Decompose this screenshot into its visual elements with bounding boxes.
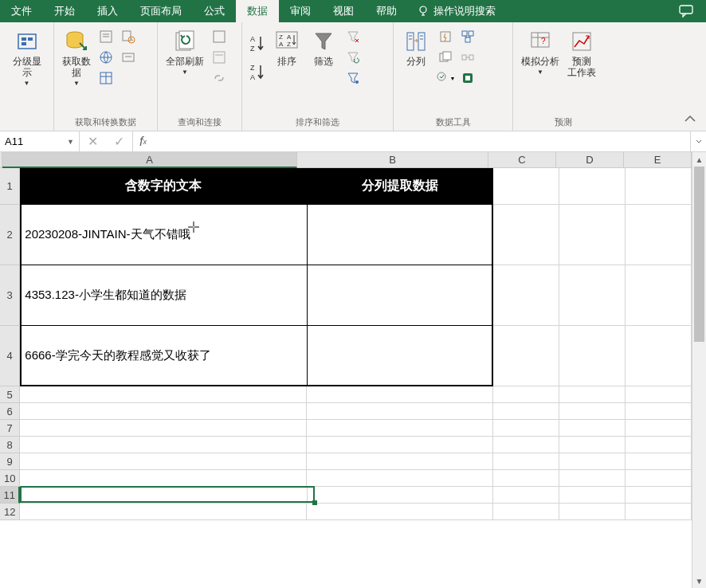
cell-D7[interactable]: [559, 420, 626, 437]
cell-B10[interactable]: [307, 470, 493, 487]
clear-filter-button[interactable]: [343, 27, 363, 46]
cell-D4[interactable]: [559, 326, 626, 386]
formula-input[interactable]: [153, 131, 690, 151]
row-header-10[interactable]: 10: [0, 470, 20, 487]
tab-home[interactable]: 开始: [43, 0, 86, 22]
cell-D10[interactable]: [559, 470, 626, 487]
cell-E11[interactable]: [626, 487, 692, 504]
cell-C9[interactable]: [493, 453, 559, 470]
cell-D8[interactable]: [559, 437, 626, 453]
cell-B7[interactable]: [307, 420, 493, 437]
properties-button[interactable]: [209, 48, 229, 67]
cell-A6[interactable]: [20, 403, 307, 420]
cell-C11[interactable]: [493, 487, 559, 504]
cell-B4[interactable]: [308, 326, 494, 386]
row-header-1[interactable]: 1: [0, 168, 20, 205]
edit-links-button[interactable]: [209, 69, 229, 88]
row-header-9[interactable]: 9: [0, 453, 20, 470]
select-all-corner[interactable]: [0, 152, 2, 168]
cell-A11[interactable]: [20, 487, 307, 504]
tab-page-layout[interactable]: 页面布局: [129, 0, 193, 22]
cell-C4[interactable]: [493, 326, 559, 386]
relationships-button[interactable]: [457, 48, 478, 67]
cell-D12[interactable]: [559, 504, 626, 520]
cell-B5[interactable]: [307, 386, 493, 403]
cell-C12[interactable]: [493, 504, 559, 520]
tell-me-search[interactable]: 操作说明搜索: [408, 4, 505, 18]
from-table-button[interactable]: [96, 69, 116, 88]
data-validation-button[interactable]: ▼: [435, 69, 456, 88]
cell-A3[interactable]: 4353.123-小学生都知道的数据: [20, 265, 307, 326]
cell-E9[interactable]: [626, 453, 692, 470]
column-header-B[interactable]: B: [297, 152, 488, 168]
tab-help[interactable]: 帮助: [365, 0, 408, 22]
row-header-3[interactable]: 3: [0, 265, 20, 326]
manage-data-model-button[interactable]: [457, 69, 478, 88]
cell-A1[interactable]: 含数字的文本: [20, 168, 307, 205]
from-web-button[interactable]: [96, 48, 116, 67]
cell-E12[interactable]: [626, 504, 692, 520]
tab-file[interactable]: 文件: [0, 0, 43, 22]
row-header-6[interactable]: 6: [0, 403, 20, 420]
expand-formula-bar-button[interactable]: [690, 131, 706, 151]
from-text-button[interactable]: [96, 27, 116, 46]
tab-formulas[interactable]: 公式: [193, 0, 236, 22]
cell-B1[interactable]: 分列提取数据: [307, 168, 493, 205]
cell-D11[interactable]: [559, 487, 626, 504]
cell-A4[interactable]: 6666-学完今天的教程感觉又收获了: [20, 326, 307, 386]
cell-C10[interactable]: [493, 470, 559, 487]
column-header-A[interactable]: A: [2, 152, 297, 168]
queries-connections-button[interactable]: [209, 27, 229, 46]
cell-B12[interactable]: [307, 504, 493, 520]
cell-C1[interactable]: [493, 168, 559, 205]
enter-formula-button[interactable]: ✓: [109, 134, 129, 149]
scroll-down-button[interactable]: ▼: [692, 574, 706, 588]
cell-C6[interactable]: [493, 403, 559, 420]
cell-D5[interactable]: [559, 386, 626, 403]
cancel-formula-button[interactable]: ✕: [83, 134, 103, 149]
cell-C2[interactable]: [493, 205, 559, 265]
scroll-thumb[interactable]: [694, 167, 704, 342]
cell-E10[interactable]: [626, 470, 692, 487]
row-header-5[interactable]: 5: [0, 386, 20, 403]
cell-B6[interactable]: [307, 403, 493, 420]
tab-review[interactable]: 审阅: [279, 0, 322, 22]
cell-A7[interactable]: [20, 420, 307, 437]
name-box[interactable]: A11 ▼: [0, 131, 80, 151]
outline-button[interactable]: 分级显示 ▼: [5, 25, 49, 131]
column-header-D[interactable]: D: [556, 152, 624, 168]
tab-view[interactable]: 视图: [322, 0, 365, 22]
cell-D2[interactable]: [559, 205, 626, 265]
cell-A8[interactable]: [20, 437, 307, 453]
insert-function-button[interactable]: fx: [133, 131, 153, 151]
cell-E7[interactable]: [626, 420, 692, 437]
cell-E3[interactable]: [626, 265, 692, 326]
column-header-E[interactable]: E: [624, 152, 692, 168]
tab-data[interactable]: 数据: [236, 0, 279, 22]
cell-E6[interactable]: [626, 403, 692, 420]
cell-C5[interactable]: [493, 386, 559, 403]
cell-B11[interactable]: [308, 487, 494, 504]
cell-E4[interactable]: [626, 326, 692, 386]
cell-D6[interactable]: [559, 403, 626, 420]
flash-fill-button[interactable]: [435, 27, 456, 46]
cell-B8[interactable]: [307, 437, 493, 453]
collapse-ribbon-button[interactable]: [684, 115, 696, 124]
tab-insert[interactable]: 插入: [86, 0, 129, 22]
cell-E1[interactable]: [626, 168, 692, 205]
row-header-4[interactable]: 4: [0, 326, 20, 386]
cell-E2[interactable]: [626, 205, 692, 265]
scroll-up-button[interactable]: ▲: [692, 152, 706, 167]
cell-B9[interactable]: [307, 453, 493, 470]
cell-A9[interactable]: [20, 453, 307, 470]
cell-B2[interactable]: [308, 205, 494, 265]
consolidate-button[interactable]: [457, 27, 478, 46]
existing-connections-button[interactable]: [118, 48, 139, 67]
row-header-11[interactable]: 11: [0, 487, 20, 504]
comments-button[interactable]: [666, 5, 706, 18]
recent-sources-button[interactable]: [118, 27, 139, 46]
cell-E5[interactable]: [626, 386, 692, 403]
cell-E8[interactable]: [626, 437, 692, 453]
row-header-7[interactable]: 7: [0, 420, 20, 437]
cell-D1[interactable]: [559, 168, 626, 205]
